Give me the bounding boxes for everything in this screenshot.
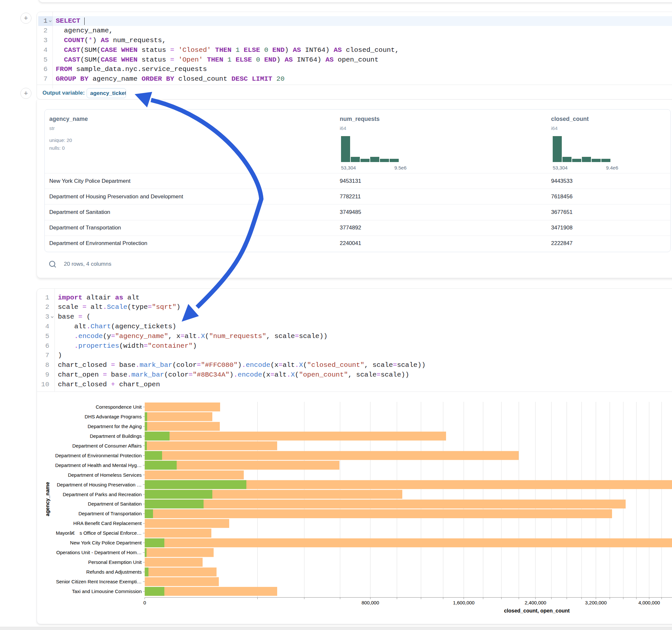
svg-text:Department of Transportation: Department of Transportation [78, 511, 142, 516]
svg-text:Mayorâ€ s Office of Special En: Mayorâ€ s Office of Special Enforce… [56, 530, 142, 536]
svg-text:closed_count, open_count: closed_count, open_count [504, 608, 570, 613]
svg-text:Operations Unit - Department o: Operations Unit - Department of Hom… [56, 550, 142, 555]
svg-text:2,400,000: 2,400,000 [525, 600, 546, 605]
svg-text:Senior Citizen Rent Increase E: Senior Citizen Rent Increase Exempti… [56, 579, 142, 584]
svg-text:Department of Health and Menta: Department of Health and Mental Hyg… [55, 462, 142, 468]
svg-text:Department for the Aging: Department for the Aging [88, 423, 142, 429]
svg-text:Refunds and Adjustments: Refunds and Adjustments [86, 569, 142, 575]
svg-text:Department of Parks and Recrea: Department of Parks and Recreation [63, 492, 142, 497]
svg-text:HRA Benefit Card Replacement: HRA Benefit Card Replacement [73, 520, 142, 526]
svg-text:800,000: 800,000 [361, 600, 379, 605]
svg-text:4,000,000: 4,000,000 [638, 600, 660, 605]
svg-text:Department of Homeless Service: Department of Homeless Services [68, 472, 142, 478]
svg-text:Department of Sanitation: Department of Sanitation [88, 501, 142, 507]
svg-text:DHS Advantage Programs: DHS Advantage Programs [85, 414, 142, 419]
svg-text:1,600,000: 1,600,000 [453, 600, 475, 605]
svg-text:Taxi and Limousine Commission: Taxi and Limousine Commission [72, 588, 142, 594]
svg-text:0: 0 [143, 600, 146, 605]
svg-text:Correspondence Unit: Correspondence Unit [96, 404, 142, 410]
svg-text:Personal Exemption Unit: Personal Exemption Unit [88, 559, 142, 565]
svg-text:New York City Police Departmen: New York City Police Department [70, 540, 142, 546]
svg-text:Department of Buildings: Department of Buildings [90, 433, 142, 439]
svg-text:Department of Housing Preserva: Department of Housing Preservation … [57, 482, 142, 487]
svg-text:3,200,000: 3,200,000 [585, 600, 607, 605]
svg-text:agency_name: agency_name [45, 482, 50, 516]
svg-text:Department of Consumer Affairs: Department of Consumer Affairs [72, 443, 142, 449]
svg-text:Department of Environmental Pr: Department of Environmental Protection [55, 453, 142, 458]
